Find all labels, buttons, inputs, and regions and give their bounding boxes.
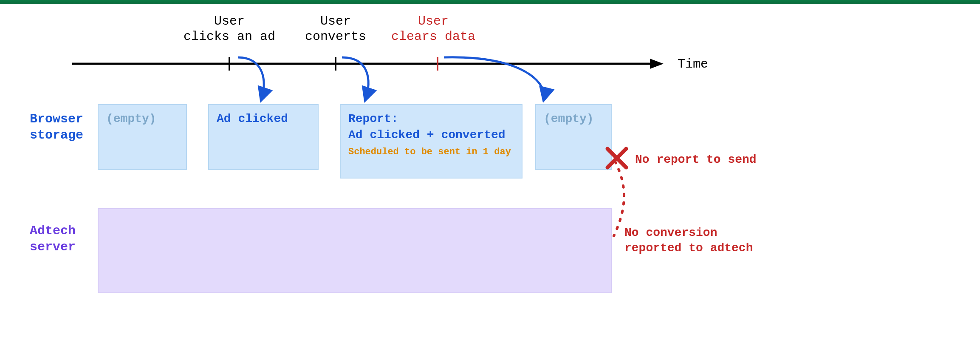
lane-label-adtech-server: Adtech server [30,223,76,255]
error-no-report: No report to send [635,152,757,167]
error-no-conversion: No conversion reported to adtech [624,225,753,256]
adtech-server-box [98,208,612,293]
diagram-stage: User clicks an ad User converts User cle… [0,0,980,343]
